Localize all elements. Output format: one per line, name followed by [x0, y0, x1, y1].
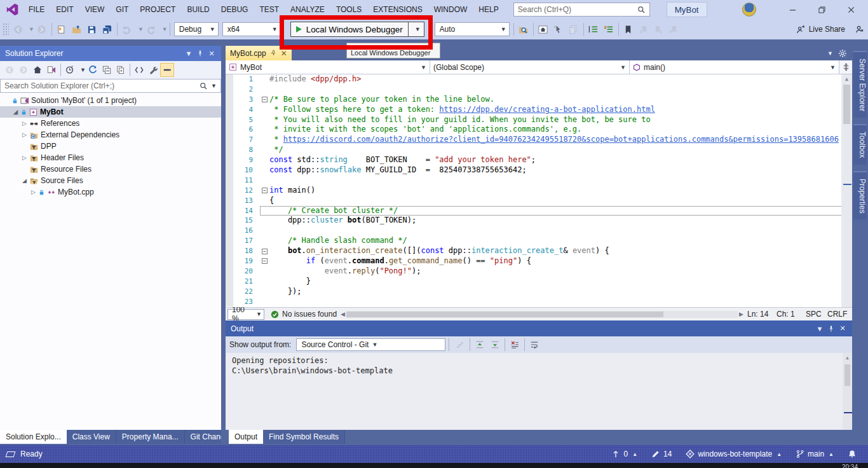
- preview-selected-icon[interactable]: [160, 63, 174, 77]
- toolbar-grip[interactable]: [3, 23, 9, 36]
- breakpoint-margin[interactable]: [226, 206, 233, 216]
- code-line-20[interactable]: 20 event.reply("Pong!");: [226, 266, 852, 277]
- code-editor[interactable]: 1#include <dpp/dpp.h>23−/* Be sure to pl…: [226, 74, 852, 307]
- expand-arrow-icon[interactable]: ▷: [20, 120, 29, 127]
- selection-pointer-icon[interactable]: [551, 22, 566, 37]
- document-tab-mybot-cpp[interactable]: MyBot.cpp ✕: [226, 46, 292, 60]
- code-line-15[interactable]: 15 dpp::cluster bot(BOT_TOKEN);: [226, 216, 852, 226]
- breakpoint-margin[interactable]: [226, 125, 233, 135]
- breakpoint-margin[interactable]: [226, 155, 233, 165]
- tab-list-chevron-icon[interactable]: ▼: [827, 50, 833, 57]
- bookmark-icon[interactable]: [621, 22, 636, 37]
- tool-tab-class-view[interactable]: Class View: [67, 430, 116, 444]
- user-avatar[interactable]: [742, 3, 756, 17]
- code-line-8[interactable]: 8 */: [226, 145, 852, 155]
- menu-extensions[interactable]: EXTENSIONS: [367, 0, 428, 19]
- breakpoint-margin[interactable]: [226, 297, 233, 307]
- uncomment-lines-icon[interactable]: [601, 22, 616, 37]
- close-icon[interactable]: ✕: [837, 324, 848, 333]
- solution-platforms-dropdown[interactable]: x64▼: [222, 22, 281, 36]
- comment-lines-icon[interactable]: [586, 22, 601, 37]
- send-feedback-icon[interactable]: [851, 22, 867, 37]
- properties-wrench-icon[interactable]: [146, 63, 160, 77]
- collapse-arrow-icon[interactable]: ◢: [11, 109, 20, 115]
- tool-tab-solution-explo[interactable]: Solution Explo...: [0, 430, 67, 444]
- side-tab-properties[interactable]: Properties: [853, 171, 867, 220]
- scrollbar-thumb[interactable]: [844, 364, 850, 386]
- code-line-19[interactable]: 19− if (event.command.get_command_name()…: [226, 256, 852, 266]
- code-line-21[interactable]: 21 }: [226, 277, 852, 287]
- breakpoint-margin[interactable]: [226, 186, 233, 196]
- navigate-forward-icon[interactable]: [34, 22, 50, 37]
- chevron-down-icon[interactable]: ▼: [211, 83, 217, 89]
- output-vertical-scrollbar[interactable]: ▲: [843, 353, 852, 430]
- word-wrap-icon[interactable]: [527, 337, 542, 352]
- status-repository[interactable]: windows-bot-template▲: [686, 450, 782, 458]
- code-line-6[interactable]: 6 * invite it with the scopes 'bot' and …: [226, 125, 852, 135]
- window-home-icon[interactable]: [536, 22, 551, 37]
- save-all-icon[interactable]: [100, 22, 115, 37]
- breakpoint-margin[interactable]: [226, 246, 233, 256]
- menu-view[interactable]: VIEW: [79, 0, 111, 19]
- pending-filter-icon[interactable]: [63, 63, 77, 77]
- clear-bookmarks-icon[interactable]: [667, 22, 682, 37]
- scroll-right-icon[interactable]: ▶: [739, 311, 743, 317]
- redo-icon[interactable]: [144, 22, 159, 37]
- code-line-4[interactable]: 4 * Follow steps here to get a token: ht…: [226, 105, 852, 115]
- menu-debug[interactable]: DEBUG: [215, 0, 254, 19]
- panel-splitter[interactable]: [221, 46, 226, 430]
- code-line-22[interactable]: 22 });: [226, 287, 852, 297]
- scroll-up-icon[interactable]: ▲: [845, 74, 848, 83]
- collapse-arrow-icon[interactable]: ◢: [20, 177, 29, 184]
- breakpoint-margin[interactable]: [226, 95, 233, 105]
- new-project-icon[interactable]: [54, 22, 69, 37]
- split-editor-button[interactable]: [839, 60, 852, 74]
- expand-arrow-icon[interactable]: ▷: [20, 155, 29, 161]
- panel-tab-output[interactable]: Output: [229, 430, 263, 444]
- zoom-level-dropdown[interactable]: 100 %▼: [227, 309, 264, 320]
- refresh-icon[interactable]: [86, 63, 100, 77]
- status-pending-edits[interactable]: 14: [651, 450, 672, 458]
- navigate-back-icon[interactable]: [10, 22, 25, 37]
- breakpoint-margin[interactable]: [226, 277, 233, 287]
- solution-configurations-dropdown[interactable]: Debug▼: [174, 22, 219, 36]
- close-icon[interactable]: ✕: [206, 50, 217, 58]
- tree-item-solution-mybot-1-of-1-project[interactable]: Solution 'MyBot' (1 of 1 project): [0, 95, 221, 106]
- pin-icon[interactable]: [270, 50, 277, 57]
- status-git-branch[interactable]: main▲: [796, 450, 834, 458]
- debugger-dropdown-arrow[interactable]: ▼: [408, 22, 424, 36]
- code-line-1[interactable]: 1#include <dpp/dpp.h>: [226, 74, 852, 85]
- status-notifications[interactable]: [848, 450, 857, 458]
- tree-item-resource-files[interactable]: Resource Files: [0, 163, 221, 175]
- menu-help[interactable]: HELP: [473, 0, 504, 19]
- scroll-up-icon[interactable]: ▲: [846, 353, 849, 363]
- scrollbar-thumb[interactable]: [346, 312, 663, 317]
- output-panel-header[interactable]: Output ▼ ✕: [226, 320, 852, 336]
- code-line-3[interactable]: 3−/* Be sure to place your token in the …: [226, 95, 852, 105]
- tree-item-references[interactable]: ▷References: [0, 118, 221, 129]
- pin-icon[interactable]: [825, 325, 837, 333]
- prev-bookmark-icon[interactable]: [636, 22, 651, 37]
- code-line-9[interactable]: 9const std::string BOT_TOKEN = "add your…: [226, 155, 852, 165]
- menu-edit[interactable]: EDIT: [50, 0, 79, 19]
- scrollbar-thumb[interactable]: [843, 85, 850, 124]
- close-button[interactable]: [836, 0, 865, 19]
- tree-item-dpp[interactable]: DPP: [0, 141, 221, 152]
- code-line-12[interactable]: 12−int main(): [226, 186, 852, 196]
- code-line-11[interactable]: 11: [226, 176, 852, 186]
- home-icon[interactable]: [31, 63, 44, 77]
- breakpoint-margin[interactable]: [226, 105, 233, 115]
- debug-target-auto-dropdown[interactable]: Auto▼: [435, 22, 510, 36]
- pin-icon[interactable]: [194, 50, 206, 57]
- breakpoint-margin[interactable]: [226, 165, 233, 176]
- tree-item-mybot-cpp[interactable]: ▷MyBot.cpp: [0, 186, 221, 198]
- menu-build[interactable]: BUILD: [181, 0, 215, 19]
- breakpoint-margin[interactable]: [226, 135, 233, 145]
- type-scope-dropdown[interactable]: (Global Scope)▼: [430, 60, 630, 74]
- menu-analyze[interactable]: ANALYZE: [285, 0, 330, 19]
- editor-options-gear-icon[interactable]: [838, 49, 847, 58]
- fold-collapse-box-icon[interactable]: −: [260, 95, 269, 105]
- code-line-10[interactable]: 10const dpp::snowflake MY_GUILD_ID = 825…: [226, 165, 852, 176]
- collapse-all-icon[interactable]: [100, 63, 114, 77]
- breakpoint-margin[interactable]: [226, 145, 233, 155]
